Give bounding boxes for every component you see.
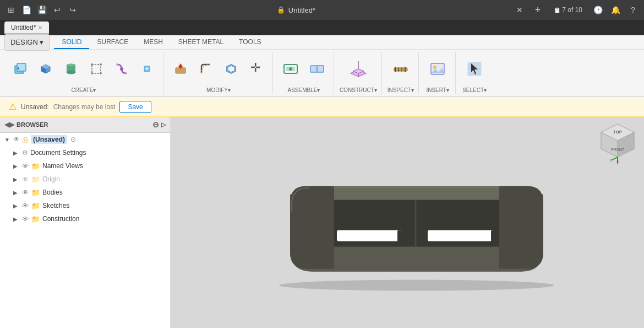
help-icon[interactable]: ? — [626, 3, 640, 17]
move-icon: ✛ — [249, 61, 264, 77]
tree-bodies[interactable]: ▶ 👁 📁 Bodies — [0, 186, 170, 199]
svg-rect-57 — [397, 230, 406, 244]
create-group: + — [4, 52, 163, 94]
ribbon: + — [0, 50, 644, 97]
construct-items — [345, 53, 372, 85]
tree-eye-origin-icon[interactable]: 👁 — [22, 175, 29, 184]
modify-shell-btn[interactable] — [220, 60, 243, 78]
tree-folder-views-icon: 📁 — [31, 162, 40, 170]
select-cursor-btn[interactable] — [461, 57, 488, 80]
construct-plane-btn[interactable] — [345, 57, 372, 80]
fillet-icon — [198, 61, 214, 77]
tree-root[interactable]: ▼ 👁 ◎ (Unsaved) ⊙ — [0, 133, 170, 146]
browser-panel: ◀▶ BROWSER ⊖ ▷ ▼ 👁 ◎ (Unsaved) ⊙ ▶ ⚙ Doc… — [0, 117, 171, 328]
tree-visibility-icon[interactable]: 👁 — [13, 136, 20, 143]
new-tab-btn[interactable]: + — [531, 4, 545, 16]
tree-settings-icon-root[interactable]: ⊙ — [70, 136, 76, 143]
tree-eye-views-icon[interactable]: 👁 — [22, 162, 29, 170]
tree-folder-bodies-icon: 📁 — [31, 189, 40, 197]
browser-collapse-icon[interactable]: ▷ — [161, 121, 166, 128]
svg-text:✛: ✛ — [250, 61, 260, 74]
tree-expand-settings-icon[interactable]: ▶ — [13, 150, 20, 156]
tree-expand-construction-icon[interactable]: ▶ — [13, 216, 20, 222]
insert-image-icon — [428, 59, 447, 79]
clock-icon[interactable]: 🕐 — [591, 3, 604, 17]
save-icon[interactable]: 💾 — [35, 3, 48, 17]
tab-mesh[interactable]: MESH — [136, 36, 171, 49]
tab-tools[interactable]: TOOLS — [231, 36, 269, 49]
tree-eye-sketches-icon[interactable]: 👁 — [22, 202, 29, 210]
redo-icon[interactable]: ↪ — [66, 3, 79, 17]
browser-search-icon[interactable]: ⊖ — [152, 120, 159, 129]
tab-count-label: 7 of 10 — [562, 6, 582, 14]
tree-folder-construction-icon: 📁 — [31, 215, 40, 223]
save-button[interactable]: Save — [119, 101, 151, 113]
assemble-joint-btn[interactable] — [279, 58, 303, 79]
notification-icon[interactable]: 🔔 — [609, 3, 622, 17]
svg-point-13 — [100, 72, 102, 74]
tree-eye-bodies-icon[interactable]: 👁 — [22, 189, 29, 197]
select-label: SELECT▾ — [462, 85, 487, 93]
close-tab-icon[interactable]: ✕ — [513, 3, 526, 17]
tab-bar: Untitled* ✕ — [0, 20, 644, 35]
svg-text:TOP: TOP — [613, 130, 623, 135]
tree-doc-settings[interactable]: ▶ ⚙ Document Settings — [0, 146, 170, 159]
tab-solid[interactable]: SOLID — [54, 36, 89, 49]
viewport[interactable]: TOP FRONT Z X — [171, 117, 644, 328]
tree-expand-bodies-icon[interactable]: ▶ — [13, 190, 20, 196]
tree-expand-sketches-icon[interactable]: ▶ — [13, 203, 20, 209]
tree-construction-label: Construction — [42, 215, 79, 223]
undo-icon[interactable]: ↩ — [51, 3, 64, 17]
tree-construction[interactable]: ▶ 👁 📁 Construction — [0, 212, 170, 225]
assemble-more-icon — [308, 60, 326, 78]
tab-sheet-metal[interactable]: SHEET METAL — [171, 36, 231, 49]
modify-items: ✛ — [169, 53, 268, 85]
create-more-btn[interactable]: + — [135, 60, 159, 78]
create-more-icon: + — [139, 61, 155, 77]
viewcube-svg: TOP FRONT Z X — [596, 121, 640, 165]
tab-surface[interactable]: SURFACE — [89, 36, 136, 49]
insert-label: INSERT▾ — [426, 85, 449, 93]
grid-menu-icon[interactable]: ⊞ — [4, 3, 18, 17]
notification-bar: ⚠ Unsaved: Changes may be lost Save — [0, 97, 644, 117]
new-component-btn[interactable]: + — [9, 60, 32, 78]
svg-point-14 — [91, 72, 93, 74]
svg-text:FRONT: FRONT — [611, 148, 625, 152]
svg-text:+: + — [17, 66, 20, 71]
tree-named-views[interactable]: ▶ 👁 📁 Named Views — [0, 159, 170, 173]
create-label: CREATE▾ — [72, 85, 96, 93]
viewcube[interactable]: TOP FRONT Z X — [596, 121, 640, 165]
create-box-btn[interactable] — [34, 60, 57, 78]
create-sketch-btn[interactable] — [85, 60, 108, 78]
tab-close-btn[interactable]: ✕ — [38, 25, 42, 31]
tree-doc-settings-label: Document Settings — [30, 149, 86, 157]
tree-expand-icon[interactable]: ▼ — [4, 137, 11, 143]
create-cylinder-btn[interactable] — [59, 60, 83, 78]
file-title: Untitled* — [288, 6, 315, 14]
tree-expand-origin-icon[interactable]: ▶ — [13, 176, 20, 182]
insert-group: INSERT▾ — [420, 52, 456, 94]
svg-point-40 — [433, 66, 436, 69]
tree-expand-views-icon[interactable]: ▶ — [13, 163, 20, 169]
tree-bodies-label: Bodies — [42, 189, 63, 196]
select-group: SELECT▾ — [457, 52, 492, 94]
tree-origin[interactable]: ▶ 👁 📁 Origin — [0, 173, 170, 186]
active-tab[interactable]: Untitled* ✕ — [4, 21, 49, 34]
svg-rect-58 — [491, 230, 499, 244]
modify-move-btn[interactable]: ✛ — [245, 60, 268, 78]
svg-rect-28 — [310, 66, 317, 72]
file-icon[interactable]: 📄 — [20, 3, 33, 17]
window-title: 🔒 Untitled* — [81, 6, 511, 14]
modify-fillet-btn[interactable] — [194, 60, 217, 78]
create-fillet-btn[interactable] — [110, 60, 133, 78]
svg-rect-55 — [337, 230, 403, 241]
tree-eye-construction-icon[interactable]: 👁 — [22, 215, 29, 223]
tree-sketches[interactable]: ▶ 👁 📁 Sketches — [0, 199, 170, 212]
modify-press-pull-btn[interactable] — [169, 60, 192, 78]
inspect-measure-btn[interactable] — [388, 57, 414, 80]
construct-label: CONSTRUCT▾ — [340, 85, 377, 93]
svg-rect-56 — [428, 230, 494, 241]
assemble-more-btn[interactable] — [305, 58, 329, 79]
design-dropdown-btn[interactable]: DESIGN ▾ — [4, 34, 50, 51]
insert-image-btn[interactable] — [424, 57, 451, 80]
